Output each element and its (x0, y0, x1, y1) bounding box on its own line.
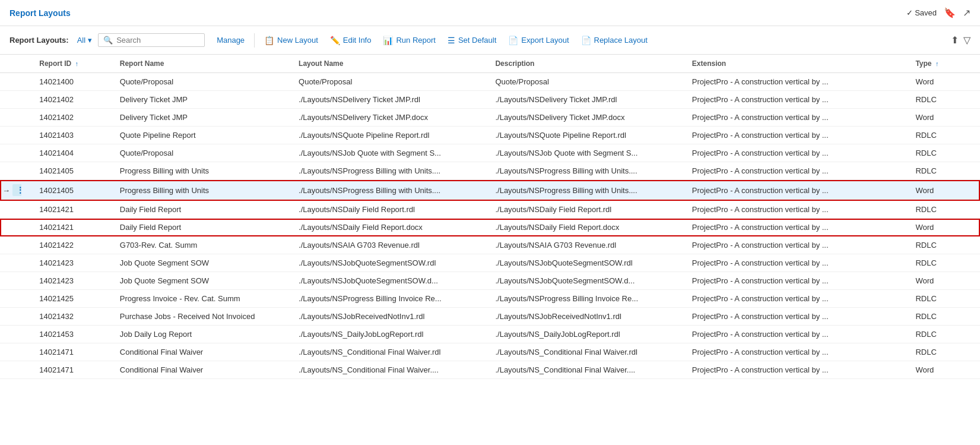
col-header-report-id[interactable]: Report ID ↑ (32, 55, 113, 73)
table-row[interactable]: 14021453Job Daily Log Report./Layouts/NS… (0, 326, 980, 343)
table-row[interactable]: 14021423Job Quote Segment SOW./Layouts/N… (0, 254, 980, 272)
cell-description: ./Layouts/NSDaily Field Report.rdl (488, 201, 684, 219)
cell-type: RDLC (908, 201, 980, 219)
cell-type: Word (908, 219, 980, 236)
cell-report-name: Job Quote Segment SOW (113, 254, 291, 272)
cell-report-id: 14021432 (32, 308, 113, 326)
cell-report-id: 14021421 (32, 201, 113, 219)
table-row[interactable]: 14021403Quote Pipeline Report./Layouts/N… (0, 127, 980, 144)
sort-arrow-id: ↑ (75, 60, 79, 67)
cell-report-id: 14021403 (32, 127, 113, 144)
cell-extension: ProjectPro - A construction vertical by … (685, 109, 909, 127)
row-indicator-cell (0, 326, 21, 334)
new-layout-button[interactable]: 📋 New Layout (259, 33, 323, 48)
cell-type: RDLC (908, 162, 980, 180)
replace-layout-button[interactable]: 📄 Replace Layout (576, 33, 652, 48)
cell-extension: ProjectPro - A construction vertical by … (685, 361, 909, 379)
cell-layout-name: ./Layouts/NSProgress Billing Invoice Re.… (291, 290, 488, 308)
chevron-down-icon: ▾ (88, 36, 92, 45)
saved-indicator: ✓ Saved (906, 8, 937, 17)
cell-report-name: Quote Pipeline Report (113, 127, 291, 144)
table-row[interactable]: 14021422G703-Rev. Cat. Summ./Layouts/NSA… (0, 236, 980, 254)
bookmark-icon[interactable]: 🔖 (944, 7, 956, 18)
cell-report-name: Delivery Ticket JMP (113, 109, 291, 127)
table-row[interactable]: 14021471Conditional Final Waiver./Layout… (0, 361, 980, 379)
cell-layout-name: ./Layouts/NSJobQuoteSegmentSOW.rdl (291, 254, 488, 272)
run-report-button[interactable]: 📊 Run Report (378, 33, 440, 48)
new-layout-label: New Layout (277, 36, 318, 45)
row-indicator-cell (0, 308, 21, 316)
table-row[interactable]: 14021405Progress Billing with Units./Lay… (0, 162, 980, 180)
open-new-icon[interactable]: ↗ (963, 7, 971, 18)
search-input[interactable] (116, 36, 199, 45)
cell-description: ./Layouts/NS_DailyJobLogReport.rdl (488, 326, 684, 343)
row-indicator-cell (0, 219, 21, 227)
share-icon[interactable]: ⬆ (951, 34, 959, 46)
run-report-icon: 📊 (383, 36, 393, 45)
col-header-description[interactable]: Description (488, 55, 684, 73)
cell-description: ./Layouts/NSProgress Billing Invoice Re.… (488, 290, 684, 308)
cell-type: Word (908, 109, 980, 127)
col-header-extension[interactable]: Extension (685, 55, 909, 73)
table-row[interactable]: →⋮14021405Progress Billing with Units./L… (0, 180, 980, 201)
table-row[interactable]: 14021400Quote/ProposalQuote/ProposalQuot… (0, 73, 980, 91)
table-row[interactable]: 14021421Daily Field Report./Layouts/NSDa… (0, 201, 980, 219)
row-kebab-button[interactable]: ⋮ (12, 184, 21, 196)
cell-type: Word (908, 272, 980, 290)
manage-button[interactable]: Manage (212, 33, 249, 48)
cell-extension: ProjectPro - A construction vertical by … (685, 236, 909, 254)
set-default-button[interactable]: ☰ Set Default (443, 33, 501, 48)
cell-report-name: Delivery Ticket JMP (113, 91, 291, 109)
filter-value: All (77, 36, 85, 45)
manage-label: Manage (217, 36, 245, 45)
col-header-type[interactable]: Type ↑ (908, 55, 980, 73)
filter-icon[interactable]: ▽ (963, 34, 971, 46)
cell-report-id: 14021402 (32, 91, 113, 109)
table-row[interactable]: 14021425Progress Invoice - Rev. Cat. Sum… (0, 290, 980, 308)
table-body: 14021400Quote/ProposalQuote/ProposalQuot… (0, 73, 980, 379)
cell-layout-name: ./Layouts/NS_Conditional Final Waiver...… (291, 361, 488, 379)
replace-layout-label: Replace Layout (594, 36, 648, 45)
export-layout-button[interactable]: 📄 Export Layout (503, 33, 573, 48)
top-bar-actions: ✓ Saved 🔖 ↗ (906, 7, 971, 18)
table-row[interactable]: 14021404Quote/Proposal./Layouts/NSJob Qu… (0, 144, 980, 162)
cell-description: ./Layouts/NSProgress Billing with Units.… (488, 162, 684, 180)
row-indicator-cell (0, 91, 21, 99)
col-header-layout-name[interactable]: Layout Name (291, 55, 488, 73)
edit-info-button[interactable]: ✏️ Edit Info (325, 33, 376, 48)
cell-type: RDLC (908, 308, 980, 326)
table-row[interactable]: 14021402Delivery Ticket JMP./Layouts/NSD… (0, 109, 980, 127)
cell-type: Word (908, 180, 980, 201)
cell-report-name: Quote/Proposal (113, 144, 291, 162)
cell-extension: ProjectPro - A construction vertical by … (685, 162, 909, 180)
row-arrow: → (2, 186, 10, 195)
table-row[interactable]: 14021432Purchase Jobs - Received Not Inv… (0, 308, 980, 326)
row-indicator-cell (0, 144, 21, 153)
run-report-label: Run Report (396, 36, 435, 45)
table-row[interactable]: 14021421Daily Field Report./Layouts/NSDa… (0, 219, 980, 236)
cell-layout-name: ./Layouts/NSDelivery Ticket JMP.docx (291, 109, 488, 127)
page-title: Report Layouts (9, 8, 71, 18)
filter-dropdown[interactable]: All ▾ (74, 33, 96, 47)
cell-report-name: Job Quote Segment SOW (113, 272, 291, 290)
cell-report-id: 14021405 (32, 180, 113, 201)
cell-extension: ProjectPro - A construction vertical by … (685, 254, 909, 272)
col-header-report-name[interactable]: Report Name (113, 55, 291, 73)
table-row[interactable]: 14021402Delivery Ticket JMP./Layouts/NSD… (0, 91, 980, 109)
table-row[interactable]: 14021471Conditional Final Waiver./Layout… (0, 343, 980, 361)
replace-layout-icon: 📄 (581, 36, 591, 45)
cell-report-name: Job Daily Log Report (113, 326, 291, 343)
sort-arrow-type: ↑ (935, 60, 939, 67)
cell-extension: ProjectPro - A construction vertical by … (685, 326, 909, 343)
cell-report-id: 14021400 (32, 73, 113, 91)
cell-report-id: 14021422 (32, 236, 113, 254)
cell-extension: ProjectPro - A construction vertical by … (685, 180, 909, 201)
row-indicator-cell (0, 361, 21, 370)
export-layout-icon: 📄 (508, 36, 518, 45)
cell-description: ./Layouts/NSJob Quote with Segment S... (488, 144, 684, 162)
cell-extension: ProjectPro - A construction vertical by … (685, 219, 909, 236)
table-row[interactable]: 14021423Job Quote Segment SOW./Layouts/N… (0, 272, 980, 290)
table-container: Report ID ↑ Report Name Layout Name Desc… (0, 55, 980, 445)
cell-layout-name: ./Layouts/NSDaily Field Report.docx (291, 219, 488, 236)
cell-type: RDLC (908, 290, 980, 308)
